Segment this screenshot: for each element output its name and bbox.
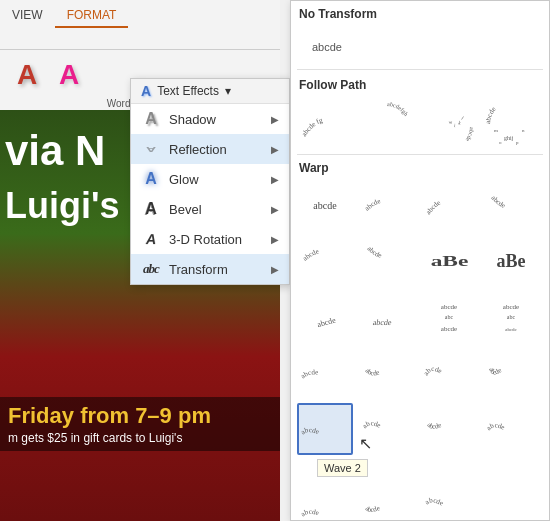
text-effects-icon: A [141,83,151,99]
text-effects-dropdown: A Text Effects ▾ A Shadow ▶ A Reflection… [130,78,290,285]
warp-svg-5-4: abcde [486,407,536,451]
warp-cell-5-3[interactable]: abcde [421,403,477,455]
warp-svg-4-4: abcde [486,351,536,395]
wordart-sample-pink[interactable]: A [50,56,88,94]
warp-cell-1-1[interactable]: abcde [297,179,353,231]
warp-svg-2-2: abcde [362,239,412,283]
warp-cell-5-1[interactable]: abcde [297,403,353,455]
circle-svg: abcdefgh [362,102,412,146]
warp-row-6: abcde abcde abcde [291,481,549,521]
glow-label: Glow [169,172,263,187]
warp-cell-6-3[interactable]: abcde [421,483,477,521]
tab-view[interactable]: VIEW [0,4,55,28]
wave-path-svg: abcde w i k l [424,102,474,146]
warp-cell-3-2[interactable]: abcde [359,291,415,343]
no-transform-option[interactable]: abcde [299,29,355,65]
warp-cell-4-2[interactable]: abcde [359,347,415,399]
svg-text:i: i [454,123,456,128]
transform-label: Transform [169,262,263,277]
svg-text:abcde: abcde [424,496,444,507]
warp-svg-4-1: abcde [300,351,350,395]
bevel-item[interactable]: A Bevel ▶ [131,194,289,224]
warp-svg-3-1: abcde [300,295,350,339]
warp-svg-4-2: abcde [362,351,412,395]
rotation-icon: A [140,230,161,250]
warp-row-1: abcde abcde abcde abcde [291,177,549,233]
reflection-icon: A [141,144,161,154]
warp-svg-3-3: abcde abc abcde [424,295,474,339]
follow-path-circle[interactable]: abcdefgh [359,98,415,150]
svg-text:n: n [522,128,525,133]
svg-text:abcde: abcde [316,315,337,329]
follow-path-wave[interactable]: abcde w i k l [421,98,477,150]
warp-svg-5-1: abcde [300,407,350,451]
svg-text:abcde: abcde [441,325,457,333]
svg-text:abcde: abcde [505,327,517,332]
warp-cell-5-2[interactable]: abcde [359,403,415,455]
warp-cell-2-4[interactable]: аBе [483,235,539,287]
text-effects-label: Text Effects [157,84,219,98]
warp-cell-1-2[interactable]: abcde [359,179,415,231]
warp-cell-5-4[interactable]: abcde [483,403,539,455]
transform-item[interactable]: abc Transform ▶ [131,254,289,284]
arc-svg: abcde fg [300,102,350,146]
svg-text:o: o [499,140,502,145]
poster-bottom: Friday from 7–9 pm m gets $25 in gift ca… [0,397,280,451]
shadow-arrow: ▶ [271,114,279,125]
warp-cell-1-4[interactable]: abcde [483,179,539,231]
bevel-icon: A [141,199,161,219]
follow-path-arc[interactable]: abcde fg [297,98,353,150]
svg-text:abcde: abcde [301,247,320,262]
warp-cell-6-2[interactable]: abcde [359,483,415,521]
warp-cell-6-1[interactable]: abcde [297,483,353,521]
warp-svg-6-1: abcde [300,487,350,521]
warp-cell-3-1[interactable]: abcde [297,291,353,343]
tab-format[interactable]: FORMAT [55,4,129,28]
wordart-sample-red[interactable]: A [8,56,46,94]
rotation-arrow: ▶ [271,234,279,245]
svg-text:abcde: abcde [424,199,442,216]
arch-svg: abcde ghij m n o p [486,102,536,146]
svg-text:abcde: abcde [426,421,443,431]
follow-path-arch[interactable]: abcde ghij m n o p [483,98,539,150]
warp-cell-2-3[interactable]: аBe [421,235,477,287]
warp-cell-3-3[interactable]: abcde abc abcde [421,291,477,343]
svg-text:abcde: abcde [441,303,457,311]
warp-svg-1-4: abcde [486,183,536,227]
warp-svg-3-4: abcde abc abcde [486,295,536,339]
warp-cell-2-2[interactable]: abcde [359,235,415,287]
divider-1 [297,69,543,70]
warp-row-4: abcde abcde abcde [291,345,549,401]
warp-cell-1-3[interactable]: abcde [421,179,477,231]
poster-luigis-text: Luigi's [5,185,120,227]
no-transform-text: abcde [312,41,342,53]
warp-cell-3-4[interactable]: abcde abc abcde [483,291,539,343]
transform-panel: No Transform abcde Follow Path abcde fg … [290,0,550,521]
warp-cell-4-1[interactable]: abcde [297,347,353,399]
glow-item[interactable]: A Glow ▶ [131,164,289,194]
warp-svg-2-1: abcde [300,239,350,283]
svg-text:abcde: abcde [363,197,381,212]
warp-cell-4-3[interactable]: abcde [421,347,477,399]
rotation-label: 3-D Rotation [169,232,263,247]
svg-text:m: m [494,128,498,133]
warp-cell-2-1[interactable]: abcde [297,235,353,287]
rotation-item[interactable]: A 3-D Rotation ▶ [131,224,289,254]
svg-text:abcde: abcde [490,194,507,210]
bevel-arrow: ▶ [271,204,279,215]
follow-path-grid: abcde fg abcdefgh abcde w i k [291,96,549,152]
warp-svg-4-3: abcde [424,351,474,395]
shadow-item[interactable]: A Shadow ▶ [131,104,289,134]
bevel-label: Bevel [169,202,263,217]
svg-text:abcde: abcde [366,245,383,260]
svg-text:w: w [448,119,453,125]
reflection-item[interactable]: A Reflection ▶ [131,134,289,164]
svg-text:abcde: abcde [362,419,382,430]
svg-text:abcde: abcde [486,105,498,124]
svg-text:abcde: abcde [364,504,381,514]
poster-main-text: via N [5,130,105,172]
svg-text:abcdefgh: abcdefgh [387,102,410,117]
svg-text:abcde: abcde [300,508,320,519]
warp-cell-4-4[interactable]: abcde [483,347,539,399]
svg-text:abcde: abcde [372,318,393,327]
